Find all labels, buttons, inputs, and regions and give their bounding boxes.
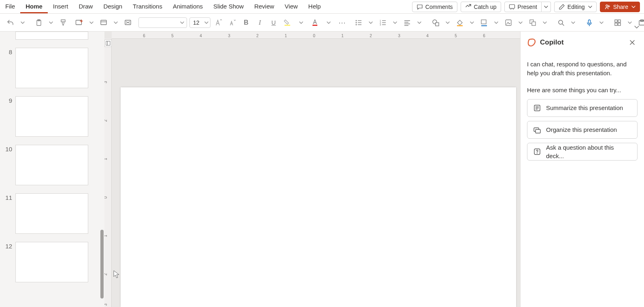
layout-more-button[interactable] — [110, 17, 121, 29]
slide-preview[interactable] — [15, 145, 88, 185]
bullets-more-button[interactable] — [365, 17, 376, 29]
comments-button[interactable]: Comments — [412, 2, 457, 12]
format-painter-button[interactable] — [57, 17, 69, 29]
tab-help[interactable]: Help — [303, 0, 326, 13]
horizontal-ruler: 6 5 4 3 2 1 0 1 2 3 4 5 6 — [112, 32, 520, 39]
undo-group — [5, 17, 28, 29]
slide-thumbnail-pane[interactable]: 8 9 10 11 12 — [0, 32, 104, 307]
slide-preview[interactable] — [15, 48, 88, 88]
chevron-down-icon — [519, 21, 523, 25]
tab-draw[interactable]: Draw — [73, 0, 98, 13]
arrange-button[interactable] — [527, 17, 538, 29]
new-slide-button[interactable] — [74, 17, 85, 29]
tab-view[interactable]: View — [279, 0, 303, 13]
tab-transitions[interactable]: Transitions — [128, 0, 168, 13]
align-more-button[interactable] — [414, 17, 425, 29]
chevron-down-icon — [634, 25, 639, 30]
font-more-button[interactable]: ⋯ — [337, 17, 348, 29]
tab-animations[interactable]: Animations — [168, 0, 208, 13]
copilot-close-button[interactable] — [627, 37, 638, 48]
tab-insert[interactable]: Insert — [48, 0, 74, 13]
bullets-button[interactable] — [353, 17, 364, 29]
shape-fill-button[interactable] — [454, 17, 465, 29]
copilot-suggestion-organize[interactable]: Organize this presentation — [527, 121, 638, 139]
shapes-more-button[interactable] — [442, 17, 453, 29]
layout-icon — [100, 19, 107, 26]
ruler-tick: 4 — [426, 34, 429, 38]
slide-thumbnail[interactable] — [0, 32, 104, 40]
svg-rect-36 — [589, 20, 591, 23]
font-color-more-button[interactable] — [323, 17, 334, 29]
underline-button[interactable]: U — [268, 17, 279, 29]
tab-home[interactable]: Home — [20, 0, 48, 13]
share-button[interactable]: Share — [600, 2, 640, 12]
dictate-more-button[interactable] — [596, 17, 607, 29]
copilot-pane: Copilot I can chat, respond to questions… — [520, 32, 644, 307]
tab-file[interactable]: File — [0, 0, 20, 13]
tab-slideshow[interactable]: Slide Show — [208, 0, 249, 13]
highlight-more-button[interactable] — [295, 17, 307, 29]
undo-button[interactable] — [5, 17, 16, 29]
quick-styles-button[interactable] — [503, 17, 514, 29]
layout-button[interactable] — [98, 17, 109, 29]
bold-button[interactable]: B — [240, 17, 252, 29]
shapes-button[interactable] — [430, 17, 441, 29]
new-slide-more-button[interactable] — [86, 17, 97, 29]
svg-point-52 — [537, 153, 538, 154]
highlight-button[interactable] — [282, 17, 293, 29]
shape-outline-more-button[interactable] — [491, 17, 502, 29]
font-color-button[interactable] — [309, 17, 321, 29]
align-button[interactable] — [402, 17, 413, 29]
tab-design[interactable]: Design — [98, 0, 128, 13]
slide-preview[interactable] — [15, 193, 88, 234]
ruler-tick: 3 — [398, 34, 400, 38]
present-button[interactable]: Present — [504, 2, 542, 12]
font-name-dropdown[interactable] — [138, 17, 187, 28]
editing-label: Editing — [567, 4, 585, 10]
find-button[interactable] — [555, 17, 567, 29]
copilot-suggestion-summarize[interactable]: Summarize this presentation — [527, 99, 638, 117]
slide-thumbnail[interactable]: 8 — [0, 48, 104, 88]
outline-toggle-button[interactable] — [104, 40, 112, 47]
grow-font-button[interactable] — [213, 17, 224, 29]
thumbnail-scrollbar[interactable] — [100, 230, 104, 299]
designer-more-button[interactable] — [624, 17, 635, 29]
designer-button[interactable] — [612, 17, 623, 29]
slide-thumbnail[interactable]: 12 — [0, 242, 104, 282]
reset-slide-button[interactable] — [122, 17, 134, 29]
shape-fill-more-button[interactable] — [466, 17, 478, 29]
present-more-button[interactable] — [542, 2, 551, 12]
reset-slide-icon — [124, 19, 132, 26]
shape-outline-button[interactable] — [478, 17, 490, 29]
slide-thumbnail[interactable]: 11 — [0, 193, 104, 234]
editing-button[interactable]: Editing — [554, 2, 597, 12]
paste-button[interactable] — [33, 17, 45, 29]
italic-button[interactable]: I — [254, 17, 266, 29]
chevron-down-icon — [599, 21, 604, 25]
numbering-button[interactable]: 123 — [377, 17, 389, 29]
svg-point-12 — [356, 24, 357, 25]
undo-more-button[interactable] — [17, 17, 28, 29]
numbering-more-button[interactable] — [389, 17, 401, 29]
collapse-ribbon-button[interactable] — [634, 25, 639, 30]
chevron-down-icon — [417, 21, 421, 25]
slide-thumbnail[interactable]: 10 — [0, 145, 104, 185]
catchup-button[interactable]: Catch up — [461, 2, 501, 12]
ribbon-tabs-right: Comments Catch up Present Editing Share — [412, 2, 644, 12]
slide-thumbnail[interactable]: 9 — [0, 96, 104, 137]
copilot-body: I can chat, respond to questions, and he… — [521, 53, 644, 165]
font-size-dropdown[interactable]: 12 — [189, 17, 210, 28]
slide-preview[interactable] — [15, 96, 88, 137]
tab-review[interactable]: Review — [249, 0, 279, 13]
slide-preview[interactable] — [15, 32, 88, 40]
paste-more-button[interactable] — [45, 17, 57, 29]
slide-preview[interactable] — [15, 242, 88, 282]
shrink-font-button[interactable] — [227, 17, 238, 29]
dictate-button[interactable] — [584, 17, 595, 29]
find-more-button[interactable] — [567, 17, 579, 29]
chevron-down-icon — [631, 5, 635, 9]
copilot-suggestion-ask[interactable]: Ask a question about this deck... — [527, 143, 638, 161]
quick-styles-more-button[interactable] — [515, 17, 526, 29]
slide-canvas[interactable] — [121, 87, 516, 307]
arrange-more-button[interactable] — [539, 17, 550, 29]
